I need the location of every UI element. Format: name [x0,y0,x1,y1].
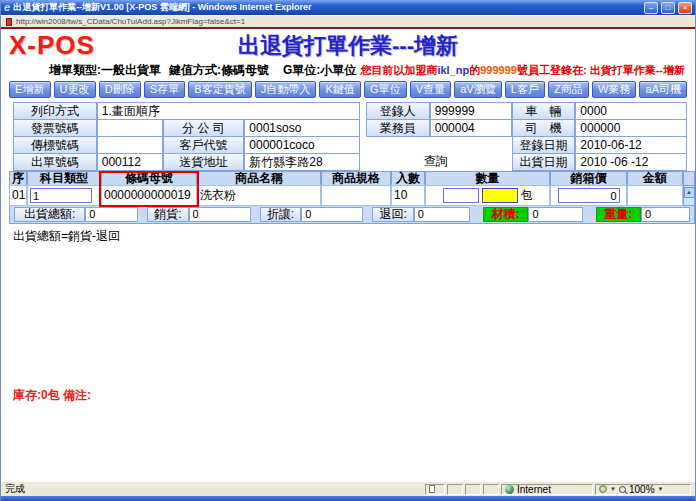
window-title: 出退貨打單作業--增新V1.00 [X-POS 雲端網] - Windows I… [13,1,641,14]
returns-value: 0 [414,207,470,222]
registrant-label: 登錄人 [366,102,430,120]
button-key-value[interactable]: K鍵值 [319,81,361,98]
close-button[interactable]: × [678,2,692,14]
login-prefix: 您目前以加盟商 [360,64,437,76]
returns-label: 退回: [372,207,413,222]
brand-row: X-POS 出退貨打單作業---增新 [1,29,695,62]
col-scroll-corner [683,171,695,186]
cell-qty: 包 [425,185,550,206]
query-button[interactable]: 查詢 [360,153,512,171]
total-label: 出貨總額: [14,207,85,222]
order-no-label: 出單號碼 [13,153,97,171]
ie-icon: e [4,2,10,13]
status-panel-2 [465,484,481,495]
button-customer[interactable]: L客戶 [505,81,545,98]
register-date-value[interactable]: 2010-06-12 [575,136,687,154]
ship-date-value[interactable]: 2010 -06 -12 [575,153,687,171]
cell-seq: 01 [9,185,27,206]
minimize-button[interactable]: – [644,2,658,14]
button-browse[interactable]: aV瀏覽 [454,81,502,98]
button-unit[interactable]: G單位 [364,81,407,98]
customer-code-value[interactable]: 000001coco [244,136,360,154]
scroll-up-icon[interactable]: ▲ [684,187,695,198]
print-mode-value[interactable]: 1.畫面順序 [97,102,360,120]
print-mode-label: 列印方式 [13,102,97,120]
button-driver[interactable]: aA司機 [639,81,687,98]
zoom-level[interactable]: 100% [629,484,655,495]
login-notice: 您目前以加盟商ikl_np的999999號員工登錄在: 出貨打單作業--增新 [360,63,685,78]
box-price-input[interactable] [558,188,620,203]
driver-value[interactable]: 000000 [575,119,687,137]
title-bar: e 出退貨打單作業--增新V1.00 [X-POS 雲端網] - Windows… [1,0,695,15]
volume-value: 0 [528,207,583,222]
page-content: X-POS 出退貨打單作業---增新 增單類型: 一般出貨單 鍵值方式: 條碼母… [1,29,695,481]
registrant-value[interactable]: 999999 [430,102,512,120]
voucher-no-label: 傳標號碼 [13,136,97,154]
volume-label: 材積: [483,207,528,222]
discount-label: 折讓: [260,207,301,222]
meta-row: 增單類型: 一般出貨單 鍵值方式: 條碼母號 G單位: 小單位 您目前以加盟商i… [1,62,695,79]
form-row-4: 出單號碼 000112 送貨地址 新竹縣李路28 查詢 出貨日期 2010 -0… [13,153,687,171]
button-update[interactable]: U更改 [54,81,96,98]
qty-input[interactable] [443,188,479,203]
button-check-qty[interactable]: V查量 [410,81,452,98]
browser-window: e 出退貨打單作業--增新V1.00 [X-POS 雲端網] - Windows… [0,0,696,501]
salesman-value[interactable]: 000004 [430,119,512,137]
branch-value[interactable]: 0001soso [244,119,360,137]
add-type-label: 增單類型: [49,62,101,79]
cell-spec [321,185,391,206]
voucher-no-value[interactable] [97,136,163,154]
button-auto-fill[interactable]: J自動帶入 [255,81,317,98]
address-bar: http://win2008/tw/s_CData/ChuTuiAdd.asp?… [1,15,695,27]
url-text[interactable]: http://win2008/tw/s_CData/ChuTuiAdd.asp?… [16,17,245,26]
button-delete[interactable]: D刪除 [99,81,141,98]
page-title: 出退貨打單作業---增新 [1,31,695,61]
cell-barcode: 0000000000019 [101,185,197,206]
qty2-input[interactable] [482,188,518,203]
col-subject-type: 科目類型 [27,171,101,186]
login-mid: 的 [469,64,480,76]
button-save[interactable]: S存單 [144,81,186,98]
button-product[interactable]: Z商品 [548,81,589,98]
internet-zone-panel: Internet [501,484,593,495]
formula-note: 出貨總額=銷貨-退回 [13,228,695,245]
branch-label: 分 公 司 [163,119,245,137]
security-report-icon[interactable] [599,485,607,493]
salesman-label: 業務員 [366,119,430,137]
status-text: 完成 [5,482,423,496]
status-bar: 完成 Internet ▼ 100% ▼ [1,481,695,496]
table-scrollbar[interactable]: ▲ [683,185,695,206]
button-add[interactable]: E增新 [9,81,51,98]
order-form: 列印方式 1.畫面順序 登錄人 999999 車 輛 0000 發票號碼 分 公… [13,102,687,171]
vehicle-value[interactable]: 0000 [575,102,687,120]
col-barcode: 條碼母號 [101,171,197,186]
col-box-price: 銷箱價 [550,171,627,186]
invoice-no-value[interactable] [97,119,163,137]
key-mode-value: 條碼母號 [221,62,269,79]
toolbar: E增新 U更改 D刪除 S存單 B客定貨號 J自動帶入 K鍵值 G單位 V查量 … [1,79,695,100]
col-pack-qty: 入數 [391,171,425,186]
weight-label: 重量: [596,207,641,222]
restore-button[interactable]: □ [661,2,675,14]
delivery-address-value[interactable]: 新竹縣李路28 [244,153,360,171]
items-table: 序 科目類型 條碼母號 商品名稱 商品規格 入數 數量 銷箱價 金額 01 00… [9,171,695,206]
order-no-value[interactable]: 000112 [97,153,163,171]
cell-box-price [550,185,627,206]
delivery-address-label: 送貨地址 [163,153,245,171]
form-row-1: 列印方式 1.畫面順序 登錄人 999999 車 輛 0000 [13,102,687,120]
add-type-value: 一般出貨單 [101,62,161,79]
subject-type-input[interactable] [30,188,92,203]
stock-note: 庫存:0包 備注: [13,387,91,404]
login-suffix: 號員工登錄在: 出貨打單作業--增新 [517,64,685,76]
form-row-2: 發票號碼 分 公 司 0001soso 業務員 000004 司 機 00000… [13,119,687,137]
ship-date-label: 出貨日期 [512,153,576,171]
button-sales[interactable]: W業務 [592,81,637,98]
status-doc-panel [425,484,445,495]
button-custom-code[interactable]: B客定貨號 [188,81,252,98]
zoom-panel[interactable]: ▼ 100% ▼ [595,484,691,495]
vehicle-label: 車 輛 [512,102,576,120]
weight-value: 0 [641,207,690,222]
magnifier-icon [619,486,626,493]
zoom-caret-down-icon[interactable]: ▼ [658,486,664,492]
caret-down-icon[interactable]: ▼ [610,486,616,492]
